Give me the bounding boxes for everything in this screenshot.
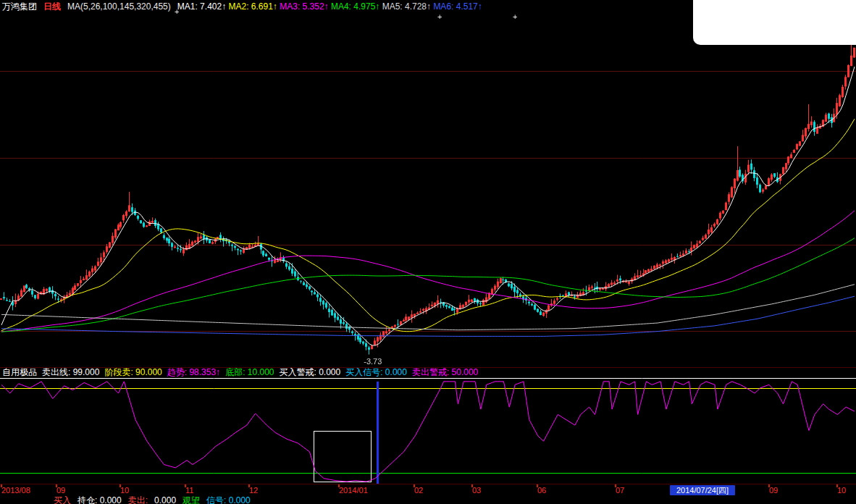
watermark-url: www.gszx.com.cn (713, 25, 836, 41)
indicator-value: 底部: 10.000 (225, 368, 274, 377)
indicator-values-group: 卖出线: 99.000阶段卖: 90.000趋势: 98.353↑底部: 10.… (42, 368, 478, 377)
axis-date-label: 02 (414, 486, 423, 495)
axis-date-label: 10 (120, 486, 129, 495)
axis-date-label: 03 (472, 486, 481, 495)
chart-plus-mark: + (175, 7, 179, 16)
partial-indicator-value: 0.000 (154, 495, 176, 504)
next-pane-partial-header: 买入持仓: 0.000卖出:0.000观望信号: 0.000 (0, 495, 856, 504)
axis-date-label: 09 (769, 486, 778, 495)
partial-indicator-value: 买入 (54, 495, 71, 504)
ma-value: MA3: 5.352↑ (280, 1, 328, 12)
candlestick-chart[interactable] (0, 13, 856, 367)
axis-current-date: 2014/07/24[四] (670, 485, 735, 495)
watermark-title: 股票公式在线网 (716, 4, 833, 25)
axis-date-label: 2013/08 (1, 486, 30, 495)
axis-date-label: 10 (837, 486, 846, 495)
chart-plus-mark: + (437, 12, 442, 21)
watermark-card: 股票公式在线网 www.gszx.com.cn (693, 0, 856, 45)
indicator-value: 趋势: 98.353↑ (167, 368, 220, 377)
ma-value: MA4: 4.975↑ (331, 1, 379, 12)
axis-date-label: 09 (56, 486, 65, 495)
chart-plus-mark: + (513, 12, 517, 21)
period-badge[interactable]: 日线 (43, 1, 61, 13)
indicator-chart[interactable] (0, 377, 856, 484)
ma-value: MA2: 6.691↑ (229, 1, 277, 12)
partial-indicator-value: 信号: 0.000 (206, 495, 251, 504)
ma-parameters: MA(5,26,100,145,320,455) (67, 1, 171, 12)
ma-value: MA5: 4.728↑ (382, 1, 431, 12)
stock-name[interactable]: 万鸿集团 (2, 1, 37, 13)
axis-date-label: 07 (616, 486, 624, 495)
axis-date-label: 11 (185, 486, 193, 495)
partial-indicator-value: 卖出: (128, 495, 148, 504)
ma-value: MA6: 4.517↑ (433, 1, 482, 12)
indicator-value: 阶段卖: 90.000 (104, 368, 161, 377)
axis-date-label: 2014/01 (339, 486, 368, 495)
date-axis[interactable]: 2013/08091011122014/010203060709102014/0… (0, 484, 856, 495)
partial-indicator-value: 持仓: 0.000 (77, 495, 122, 504)
stock-chart-app: 万鸿集团 日线 MA(5,26,100,145,320,455) MA1: 7.… (0, 0, 856, 504)
axis-date-label: 06 (537, 486, 546, 495)
indicator-value: 卖出线: 99.000 (42, 368, 99, 377)
indicator-header: 自用极品 卖出线: 99.000阶段卖: 90.000趋势: 98.353↑底部… (0, 367, 856, 377)
ma-values-group: MA1: 7.402↑ MA2: 6.691↑ MA3: 5.352↑ MA4:… (177, 1, 482, 12)
indicator-value: 卖出警戒: 50.000 (412, 368, 478, 377)
partial-indicator-value: 观望 (182, 495, 200, 504)
indicator-value: 买入警戒: 0.000 (280, 368, 341, 377)
indicator-value: 买入信号: 0.000 (345, 368, 407, 377)
ma-value: MA1: 7.402↑ (177, 1, 226, 12)
indicator-name[interactable]: 自用极品 (2, 368, 37, 377)
axis-date-label: 12 (249, 486, 258, 495)
